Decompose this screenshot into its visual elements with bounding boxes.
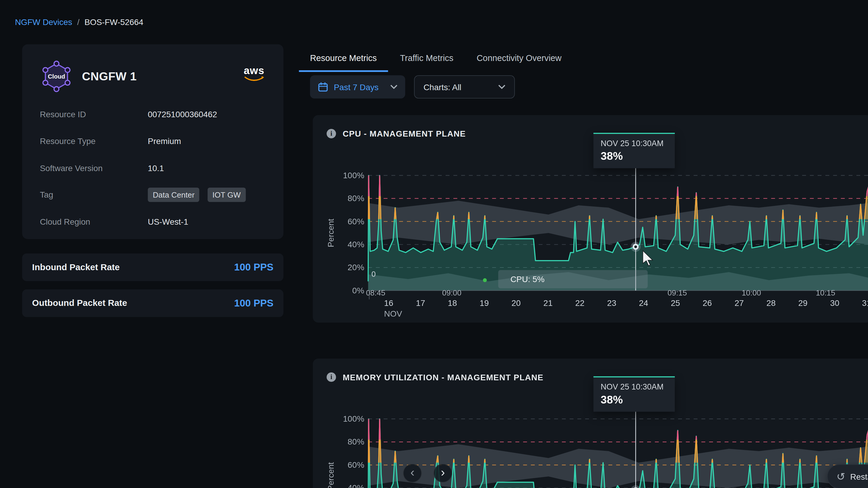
field-label: Software Version (40, 163, 148, 172)
device-name: CNGFW 1 (82, 70, 136, 83)
chevron-down-icon (390, 85, 397, 89)
tooltip-value: 38% (601, 150, 668, 163)
tag-badge-data-center: Data Center (148, 188, 200, 202)
tooltip-value: 38% (601, 393, 668, 406)
svg-text:100%: 100% (343, 171, 364, 180)
field-value: Premium (148, 136, 181, 146)
svg-text:60%: 60% (348, 217, 364, 226)
cpu-management-plane-panel: i CPU - MANAGEMENT PLANE NOV 25 10:30AM … (313, 115, 868, 323)
svg-text:09:15: 09:15 (668, 288, 687, 297)
svg-text:16: 16 (384, 298, 393, 308)
time-range-dropdown[interactable]: Past 7 Days (310, 75, 405, 98)
restart-label: Restart (850, 471, 868, 481)
chart-pager-next-button[interactable]: › (433, 464, 452, 482)
svg-text:Cloud: Cloud (48, 73, 65, 80)
svg-text:28: 28 (767, 298, 776, 308)
app-root: NGFW Devices / BOS-FW-52664 Cloud CNGFW … (0, 0, 868, 488)
cpu-hover-readout: CPU: 5% (498, 270, 648, 288)
breadcrumb-separator: / (77, 17, 80, 27)
field-label: Tag (40, 190, 148, 199)
svg-text:08:45: 08:45 (366, 288, 385, 297)
month-label: NOV (384, 309, 402, 318)
time-range-value: Past 7 Days (334, 82, 384, 92)
tag-badges: Data Center IOT GW (148, 190, 251, 199)
memory-chart[interactable]: 0%20%40%60%80%100%Percent008:4509:0009:1… (313, 394, 868, 488)
restart-button[interactable]: ↺ Restart (827, 464, 868, 488)
memory-utilization-panel: i MEMORY UTILIZATION - MANAGEMENT PLANE … (313, 359, 868, 488)
field-row-tag: Tag Data Center IOT GW (40, 181, 266, 208)
svg-text:27: 27 (735, 298, 744, 308)
field-row-cloud-region: Cloud Region US-West-1 (40, 208, 266, 235)
svg-text:18: 18 (448, 298, 457, 308)
y-axis-label: Percent (326, 462, 336, 488)
svg-text:26: 26 (703, 298, 712, 308)
field-row-software-version: Software Version 10.1 (40, 155, 266, 181)
svg-text:09:00: 09:00 (442, 288, 461, 297)
svg-text:22: 22 (575, 298, 584, 308)
svg-text:0%: 0% (352, 286, 364, 295)
svg-text:17: 17 (416, 298, 425, 308)
device-header: Cloud CNGFW 1 aws (40, 60, 266, 93)
charts-filter-dropdown[interactable]: Charts: All (414, 75, 515, 98)
chart-title: CPU - MANAGEMENT PLANE (343, 129, 466, 138)
svg-text:60%: 60% (348, 460, 364, 469)
svg-text:10:15: 10:15 (816, 288, 835, 297)
tab-resource-metrics[interactable]: Resource Metrics (299, 46, 388, 72)
chart-tooltip: NOV 25 10:30AM 38% (594, 377, 675, 412)
calendar-icon (318, 82, 328, 92)
metrics-tab-bar: Resource Metrics Traffic Metrics Connect… (299, 46, 574, 72)
chart-title: MEMORY UTILIZATION - MANAGEMENT PLANE (343, 372, 544, 382)
field-value: US-West-1 (148, 217, 188, 226)
stat-value: 100 PPS (234, 262, 274, 273)
svg-text:24: 24 (639, 298, 648, 308)
field-label: Resource Type (40, 136, 148, 146)
info-icon[interactable]: i (327, 372, 336, 382)
aws-logo-text: aws (244, 65, 265, 75)
svg-text:40%: 40% (348, 240, 364, 249)
svg-text:25: 25 (671, 298, 680, 308)
svg-text:30: 30 (830, 298, 839, 308)
stat-label: Outbound Packet Rate (32, 298, 127, 308)
panel-header: i CPU - MANAGEMENT PLANE (327, 129, 466, 138)
restore-icon: ↺ (836, 471, 845, 482)
panel-header: i MEMORY UTILIZATION - MANAGEMENT PLANE (327, 372, 544, 382)
breadcrumb-current: BOS-FW-52664 (85, 17, 144, 27)
breadcrumb: NGFW Devices / BOS-FW-52664 (15, 17, 143, 27)
svg-text:100%: 100% (343, 414, 364, 423)
event-marker (483, 278, 487, 282)
svg-text:21: 21 (543, 298, 553, 308)
chart-filters: Past 7 Days Charts: All (310, 75, 515, 98)
svg-text:80%: 80% (348, 437, 364, 446)
stat-label: Inbound Packet Rate (32, 262, 120, 272)
device-summary-card: Cloud CNGFW 1 aws Resource ID 0072510003… (22, 44, 283, 239)
breadcrumb-link-ngfw-devices[interactable]: NGFW Devices (15, 17, 72, 27)
charts-filter-value: Charts: All (424, 82, 498, 92)
svg-text:29: 29 (798, 298, 808, 308)
chevron-down-icon (498, 85, 505, 89)
field-row-resource-id: Resource ID 007251000360462 (40, 101, 266, 127)
chart-tooltip: NOV 25 10:30AM 38% (594, 133, 675, 168)
tooltip-timestamp: NOV 25 10:30AM (601, 139, 668, 148)
cpu-chart[interactable]: 0%20%40%60%80%100%Percent008:4509:0009:1… (313, 151, 868, 320)
tooltip-timestamp: NOV 25 10:30AM (601, 382, 668, 391)
tab-traffic-metrics[interactable]: Traffic Metrics (389, 46, 465, 72)
field-value: 007251000360462 (148, 109, 217, 119)
svg-text:20%: 20% (348, 263, 364, 272)
svg-text:0: 0 (371, 269, 376, 279)
svg-text:20: 20 (512, 298, 521, 308)
field-value: 10.1 (148, 163, 164, 172)
chart-pager-prev-button[interactable]: ‹ (403, 464, 422, 482)
envelope-band (368, 201, 868, 245)
tag-badge-iot-gw: IOT GW (208, 188, 246, 202)
svg-text:10:00: 10:00 (742, 288, 761, 297)
cloud-device-icon: Cloud (40, 60, 73, 93)
info-icon[interactable]: i (327, 129, 336, 138)
svg-text:19: 19 (479, 298, 489, 308)
field-row-resource-type: Resource Type Premium (40, 128, 266, 155)
svg-text:40%: 40% (348, 483, 364, 488)
svg-text:80%: 80% (348, 194, 364, 203)
field-label: Resource ID (40, 109, 148, 119)
field-label: Cloud Region (40, 217, 148, 226)
tab-connectivity-overview[interactable]: Connectivity Overview (466, 46, 573, 72)
aws-smile-icon (244, 76, 265, 82)
